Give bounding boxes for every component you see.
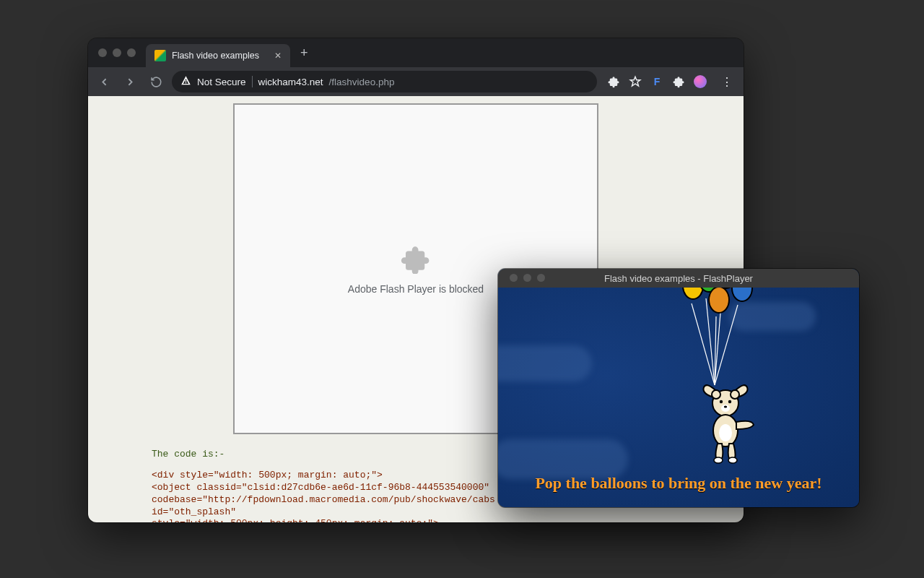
svg-point-9: [728, 400, 731, 403]
close-window-button[interactable]: [98, 48, 107, 57]
extension-puzzle-icon[interactable]: [607, 75, 620, 88]
code-line: id="oth_splash": [152, 506, 729, 519]
flash-blocked-message: Adobe Flash Player is blocked: [348, 283, 484, 295]
svg-point-7: [731, 390, 739, 399]
url-path: /flashvideo.php: [329, 77, 395, 87]
extensions-menu-icon[interactable]: [672, 75, 685, 88]
browser-menu-button[interactable]: ⋮: [717, 75, 738, 89]
window-controls: [94, 48, 141, 57]
svg-point-11: [724, 405, 727, 407]
svg-point-15: [728, 457, 737, 463]
cloud-shape: [498, 439, 628, 479]
addrbar-divider: [252, 76, 253, 87]
extension-icons: F: [603, 75, 711, 88]
extension-flash-icon[interactable]: F: [650, 75, 663, 88]
svg-line-0: [692, 303, 715, 385]
nav-back-button[interactable]: [94, 72, 114, 92]
tab-favicon: [154, 50, 166, 61]
bookmark-star-icon[interactable]: [629, 75, 642, 88]
svg-point-8: [720, 400, 723, 403]
minimize-window-button[interactable]: [523, 274, 531, 282]
tab-strip: Flash video examples ✕ +: [88, 38, 744, 67]
browser-tab[interactable]: Flash video examples ✕: [146, 44, 290, 67]
svg-point-13: [719, 424, 732, 441]
code-line: style="width: 500px; height: 450px; marg…: [152, 518, 729, 522]
flashplayer-window: Flash video examples - FlashPlayer: [498, 269, 859, 507]
flashplayer-title: Flash video examples - FlashPlayer: [604, 273, 753, 284]
minimize-window-button[interactable]: [113, 48, 121, 57]
not-secure-icon: [180, 75, 191, 88]
browser-toolbar: Not Secure wickham43.net/flashvideo.php …: [88, 67, 744, 96]
new-tab-button[interactable]: +: [295, 46, 314, 61]
flashplayer-titlebar[interactable]: Flash video examples - FlashPlayer: [498, 269, 859, 288]
address-bar[interactable]: Not Secure wickham43.net/flashvideo.php: [172, 71, 597, 92]
scene-caption: Pop the balloons to bring on the new yea…: [498, 474, 859, 493]
maximize-window-button[interactable]: [127, 48, 136, 57]
flashplayer-window-controls: [505, 274, 551, 282]
maximize-window-button[interactable]: [537, 274, 545, 282]
reload-button[interactable]: [146, 72, 166, 92]
flash-scene[interactable]: Pop the balloons to bring on the new yea…: [498, 288, 859, 507]
close-window-button[interactable]: [510, 274, 518, 282]
security-label: Not Secure: [197, 77, 246, 87]
cloud-shape: [498, 345, 592, 381]
svg-point-14: [714, 457, 723, 463]
tab-title: Flash video examples: [172, 51, 259, 61]
nav-forward-button[interactable]: [120, 72, 140, 92]
tab-close-button[interactable]: ✕: [274, 51, 282, 61]
url-host: wickham43.net: [258, 77, 323, 87]
svg-point-6: [712, 390, 720, 399]
profile-avatar[interactable]: [694, 75, 707, 88]
puzzle-piece-icon: [401, 243, 431, 274]
teddy-bear: [693, 379, 758, 468]
